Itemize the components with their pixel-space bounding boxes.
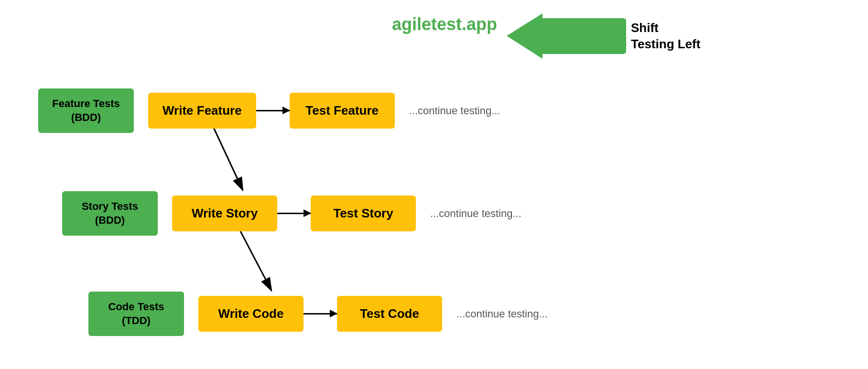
main-canvas: agiletest.app Shift Testing Left [0, 0, 868, 369]
row-feature: Feature Tests (BDD) Write Feature Test F… [38, 88, 500, 133]
left-arrow-icon [507, 13, 626, 59]
feature-tests-label: Feature Tests (BDD) [38, 88, 134, 133]
row-code: Code Tests (TDD) Write Code Test Code ..… [88, 292, 548, 336]
brand-name: agiletest.app [392, 14, 497, 34]
code-h-arrow [304, 313, 337, 315]
brand-area: agiletest.app [392, 14, 497, 34]
story-to-code-arrow [239, 228, 271, 291]
row-story: Story Tests (BDD) Write Story Test Story… [62, 191, 521, 236]
test-feature-box: Test Feature [290, 93, 395, 129]
code-continue-text: ...continue testing... [456, 308, 548, 320]
test-story-box: Test Story [311, 195, 416, 231]
story-h-arrow [277, 213, 311, 214]
write-code-box: Write Code [198, 296, 304, 332]
story-tests-label: Story Tests (BDD) [62, 191, 158, 236]
feature-h-arrow [256, 110, 290, 111]
write-feature-box: Write Feature [148, 93, 256, 129]
story-continue-text: ...continue testing... [430, 207, 521, 220]
code-tests-label: Code Tests (TDD) [88, 292, 184, 336]
shift-left-label: Shift Testing Left [631, 20, 700, 53]
write-story-box: Write Story [172, 195, 277, 231]
test-code-box: Test Code [337, 296, 442, 332]
shift-left-area: Shift Testing Left [507, 13, 700, 59]
feature-continue-text: ...continue testing... [409, 105, 500, 117]
feature-to-story-arrow [213, 126, 243, 190]
